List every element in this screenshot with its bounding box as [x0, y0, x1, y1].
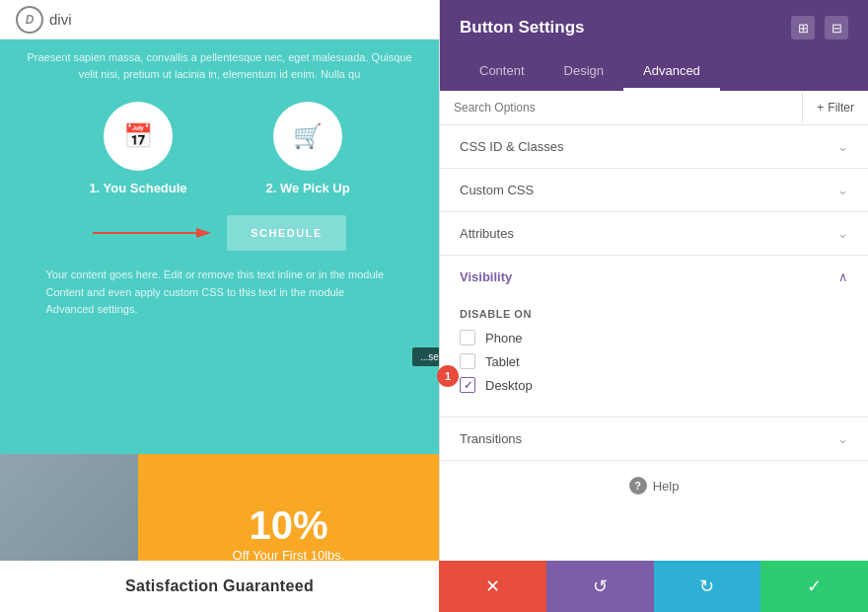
visibility-section: Visibility ∧ Disable on Phone Tablet [440, 256, 868, 418]
panel-title-row: Button Settings ⊞ ⊟ [460, 16, 848, 39]
tab-design[interactable]: Design [544, 53, 623, 91]
attributes-header[interactable]: Attributes ⌄ [440, 212, 868, 255]
page-bottom-bar: Satisfaction Guaranteed [0, 561, 439, 612]
custom-css-section: Custom CSS ⌄ [440, 169, 868, 212]
visibility-title: Visibility [460, 269, 512, 284]
transitions-header[interactable]: Transitions ⌄ [440, 418, 868, 460]
desktop-checkbox[interactable]: ✓ [460, 377, 475, 393]
custom-css-chevron: ⌄ [837, 183, 848, 197]
custom-css-title: Custom CSS [460, 183, 534, 197]
hero-body-text: Your content goes here. Edit or remove t… [23, 251, 417, 335]
arrow-row: SCHEDULE [0, 215, 439, 251]
top-bar: D divi [0, 0, 439, 39]
arrow-icon [93, 223, 211, 243]
desktop-label: Desktop [485, 378, 533, 393]
help-text: Help [653, 479, 680, 494]
panel-tabs: Content Design Advanced [460, 53, 848, 91]
hero-text: Praesent sapien massa, convallis a pelle… [0, 39, 439, 82]
phone-checkbox[interactable] [460, 330, 475, 345]
transitions-section: Transitions ⌄ [440, 418, 868, 461]
step-1-label: 1. You Schedule [89, 181, 186, 195]
undo-button[interactable]: ↺ [546, 561, 654, 612]
divi-logo-text: divi [49, 11, 72, 28]
disable-on-label: Disable on [460, 308, 848, 320]
panel-body: CSS ID & Classes ⌄ Custom CSS ⌄ Attribut… [440, 125, 868, 612]
visibility-chevron: ∧ [838, 269, 848, 284]
css-id-classes-header[interactable]: CSS ID & Classes ⌄ [440, 125, 868, 168]
phone-checkbox-row: Phone [460, 330, 848, 345]
satisfaction-text: Satisfaction Guaranteed [125, 577, 314, 595]
save-button[interactable]: ✓ [760, 561, 868, 612]
settings-panel: Button Settings ⊞ ⊟ Content Design Advan… [439, 0, 868, 612]
visibility-content: Disable on Phone Tablet ✓ Desktop [440, 298, 868, 417]
tab-content[interactable]: Content [460, 53, 544, 91]
step-2: 🛒 2. We Pick Up [266, 102, 350, 195]
filter-label: Filter [828, 101, 854, 115]
divi-logo: D divi [16, 6, 72, 34]
hero-section: Praesent sapien massa, convallis a pelle… [0, 39, 439, 454]
step-1: 📅 1. You Schedule [89, 102, 186, 195]
step-2-circle: 🛒 [273, 102, 342, 171]
fullscreen-button[interactable]: ⊞ [791, 16, 815, 39]
cancel-button[interactable]: ✕ [439, 561, 546, 612]
columns-button[interactable]: ⊟ [825, 16, 848, 39]
search-row: + Filter [440, 91, 868, 125]
svg-marker-1 [196, 228, 211, 238]
tablet-checkbox-row: Tablet [460, 353, 848, 369]
filter-button[interactable]: + Filter [802, 93, 868, 122]
visibility-header[interactable]: Visibility ∧ [440, 256, 868, 298]
attributes-section: Attributes ⌄ [440, 212, 868, 256]
panel-header: Button Settings ⊞ ⊟ Content Design Advan… [440, 0, 868, 91]
css-id-classes-section: CSS ID & Classes ⌄ [440, 125, 868, 169]
search-input[interactable] [440, 91, 802, 124]
css-id-classes-title: CSS ID & Classes [460, 139, 563, 154]
step-1-circle: 📅 [104, 102, 173, 171]
transitions-chevron: ⌄ [837, 431, 848, 446]
help-icon: ? [629, 477, 647, 495]
panel-icon-group: ⊞ ⊟ [791, 16, 848, 39]
attributes-title: Attributes [460, 226, 514, 241]
calendar-icon: 📅 [123, 122, 153, 150]
phone-label: Phone [485, 331, 523, 345]
panel-title: Button Settings [460, 18, 585, 38]
checkmark-icon: ✓ [464, 379, 472, 392]
css-id-classes-chevron: ⌄ [837, 139, 848, 154]
custom-css-header[interactable]: Custom CSS ⌄ [440, 169, 868, 211]
notification-badge: 1 [437, 365, 459, 387]
action-bar: ✕ ↺ ↻ ✓ [439, 561, 868, 612]
plus-icon: + [817, 101, 824, 115]
promo-percent: 10% [249, 503, 327, 548]
cart-icon: 🛒 [293, 122, 323, 150]
desktop-checkbox-row: ✓ Desktop [460, 377, 848, 393]
transitions-title: Transitions [460, 431, 522, 446]
tab-advanced[interactable]: Advanced [623, 53, 720, 91]
attributes-chevron: ⌄ [837, 226, 848, 241]
tablet-label: Tablet [485, 354, 520, 369]
steps-row: 📅 1. You Schedule 🛒 2. We Pick Up [0, 102, 439, 195]
tablet-checkbox[interactable] [460, 353, 475, 369]
redo-button[interactable]: ↻ [654, 561, 761, 612]
step-2-label: 2. We Pick Up [266, 181, 350, 195]
divi-logo-icon: D [16, 6, 43, 34]
help-row: ? Help [440, 461, 868, 510]
schedule-button[interactable]: SCHEDULE [227, 215, 346, 251]
